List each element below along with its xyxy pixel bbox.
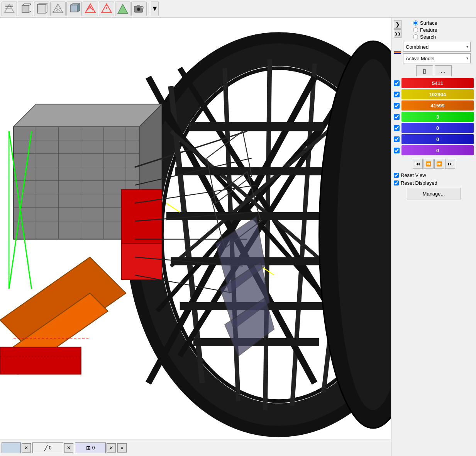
toolbar-btn-rotate[interactable] bbox=[2, 2, 17, 16]
toolbar: ▼ bbox=[0, 0, 476, 18]
svg-rect-10 bbox=[37, 5, 46, 13]
svg-point-36 bbox=[142, 7, 143, 8]
radio-feature-label: Feature bbox=[420, 27, 437, 33]
reset-view-label: Reset View bbox=[401, 172, 426, 178]
radio-search[interactable] bbox=[413, 34, 418, 39]
color-bar-0: 5411 bbox=[401, 78, 474, 88]
scene-svg bbox=[0, 18, 391, 456]
svg-marker-76 bbox=[14, 104, 162, 127]
color-check-4[interactable] bbox=[394, 125, 400, 131]
reset-view-checkbox[interactable] bbox=[394, 173, 399, 178]
main-container: ▼ bbox=[0, 0, 476, 456]
bottom-bar: ✕ ╱ 0 ✕ ⊞ 0 ✕ bbox=[0, 439, 391, 456]
bottom-close-btn-2[interactable]: ✕ bbox=[64, 443, 73, 453]
color-check-1[interactable] bbox=[394, 92, 400, 97]
color-entry-3: 3 bbox=[394, 112, 474, 122]
toolbar-btn-explode[interactable] bbox=[99, 2, 114, 16]
svg-point-29 bbox=[106, 7, 107, 9]
color-check-3[interactable] bbox=[394, 114, 400, 120]
manage-button[interactable]: Manage... bbox=[407, 188, 461, 199]
combined-dropdown[interactable]: Combined Single Multiple bbox=[403, 42, 471, 52]
color-check-5[interactable] bbox=[394, 136, 400, 142]
svg-rect-62 bbox=[14, 127, 139, 239]
svg-rect-102 bbox=[394, 51, 401, 52]
bottom-field-4: ✕ bbox=[117, 443, 127, 453]
toolbar-dropdown-arrow[interactable]: ▼ bbox=[151, 2, 159, 16]
collapse-btn-1[interactable]: ❯ bbox=[394, 20, 401, 29]
bottom-field-1: ✕ bbox=[2, 442, 31, 453]
svg-point-33 bbox=[137, 8, 140, 10]
toolbar-btn-view[interactable] bbox=[34, 2, 49, 16]
radio-feature-row[interactable]: Feature bbox=[413, 27, 437, 33]
stack-icon-1[interactable] bbox=[394, 50, 401, 55]
toolbar-btn-mesh[interactable] bbox=[83, 2, 98, 16]
color-check-2[interactable] bbox=[394, 103, 400, 109]
playback-controls: ⏮ ⏪ ⏩ ⏭ bbox=[394, 159, 474, 169]
toolbar-separator bbox=[149, 3, 149, 15]
reset-displayed-label: Reset Displayed bbox=[401, 180, 437, 186]
color-bar-3: 3 bbox=[401, 112, 474, 122]
content-area: ✕ ╱ 0 ✕ ⊞ 0 ✕ bbox=[0, 18, 476, 456]
collapse-arrows: ❯ ❯❯ bbox=[394, 20, 401, 38]
dots-btn[interactable]: ... bbox=[435, 65, 452, 76]
color-list: 5411 102904 41599 3 0 bbox=[394, 78, 474, 155]
svg-rect-4 bbox=[22, 5, 29, 12]
color-entry-5: 0 bbox=[394, 134, 474, 144]
toolbar-btn-solid-cube[interactable] bbox=[66, 2, 82, 16]
color-bar-5: 0 bbox=[401, 134, 474, 144]
collapse-btn-2[interactable]: ❯❯ bbox=[394, 29, 401, 38]
stacked-icons bbox=[394, 50, 401, 55]
toolbar-btn-triangle[interactable] bbox=[115, 2, 130, 16]
radio-surface-row[interactable]: Surface bbox=[413, 20, 437, 26]
combined-dropdown-wrapper: Combined Single Multiple bbox=[403, 42, 471, 52]
dropdown-section: Combined Single Multiple Active Model Al… bbox=[394, 42, 474, 63]
svg-rect-34 bbox=[137, 5, 140, 7]
btn-row: [] ... bbox=[394, 65, 474, 76]
model-dropdown-wrapper: Active Model All Models Selected bbox=[403, 53, 471, 63]
color-bar-4: 0 bbox=[401, 123, 474, 133]
bottom-input-box-1[interactable] bbox=[2, 442, 21, 453]
bottom-close-btn-3[interactable]: ✕ bbox=[107, 443, 116, 453]
bottom-close-btn-1[interactable]: ✕ bbox=[22, 443, 31, 453]
toolbar-btn-wireframe[interactable] bbox=[50, 2, 66, 16]
viewport[interactable]: ✕ ╱ 0 ✕ ⊞ 0 ✕ bbox=[0, 18, 391, 456]
radio-search-row[interactable]: Search bbox=[413, 34, 437, 40]
toolbar-btn-camera[interactable] bbox=[131, 2, 147, 16]
color-bar-2: 41599 bbox=[401, 100, 474, 111]
radio-surface[interactable] bbox=[413, 20, 418, 26]
model-dropdown[interactable]: Active Model All Models Selected bbox=[403, 53, 471, 63]
playback-last[interactable]: ⏭ bbox=[445, 159, 455, 169]
reset-displayed-checkbox[interactable] bbox=[394, 180, 399, 185]
radio-surface-label: Surface bbox=[420, 20, 437, 26]
color-check-6[interactable] bbox=[394, 148, 400, 153]
playback-prev[interactable]: ⏪ bbox=[423, 159, 434, 169]
playback-next[interactable]: ⏩ bbox=[434, 159, 444, 169]
bottom-close-btn-4[interactable]: ✕ bbox=[117, 443, 127, 453]
color-entry-4: 0 bbox=[394, 123, 474, 133]
bottom-field-3: ⊞ 0 ✕ bbox=[75, 442, 116, 453]
bracket-btn[interactable]: [] bbox=[416, 65, 433, 76]
reset-displayed-row: Reset Displayed bbox=[394, 180, 474, 186]
color-bar-1: 102904 bbox=[401, 89, 474, 99]
dropdowns-wrapper: Combined Single Multiple Active Model Al… bbox=[403, 42, 471, 63]
color-entry-6: 0 bbox=[394, 145, 474, 155]
bottom-input-field-3[interactable]: ⊞ 0 bbox=[75, 442, 106, 453]
svg-rect-103 bbox=[394, 52, 401, 53]
svg-rect-79 bbox=[121, 243, 162, 279]
playback-first[interactable]: ⏮ bbox=[413, 159, 423, 169]
radio-feature[interactable] bbox=[413, 27, 418, 32]
svg-marker-22 bbox=[77, 3, 80, 12]
color-check-0[interactable] bbox=[394, 80, 400, 86]
color-entry-0: 5411 bbox=[394, 78, 474, 88]
color-bar-6: 0 bbox=[401, 145, 474, 155]
right-panel: ❯ ❯❯ Surface Feature Search bbox=[391, 18, 476, 456]
bottom-input-field-2[interactable]: ╱ 0 bbox=[32, 442, 63, 453]
svg-rect-56 bbox=[166, 212, 328, 220]
toolbar-btn-cube[interactable] bbox=[18, 2, 33, 16]
svg-rect-104 bbox=[394, 53, 401, 54]
svg-rect-78 bbox=[121, 190, 162, 244]
bottom-field-2: ╱ 0 ✕ bbox=[32, 442, 73, 453]
svg-marker-30 bbox=[118, 4, 128, 14]
field2-value: 0 bbox=[49, 445, 52, 451]
radio-group: Surface Feature Search bbox=[413, 20, 437, 40]
